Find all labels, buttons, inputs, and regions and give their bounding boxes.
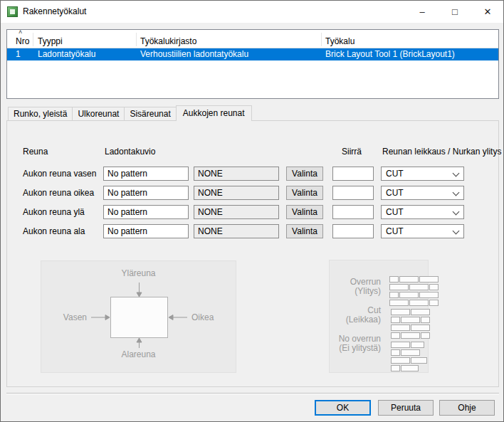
help-button[interactable]: Ohje (439, 400, 495, 416)
tab-runko-yleista[interactable]: Runko, yleistä (8, 107, 73, 120)
close-button[interactable]: ✕ (471, 1, 504, 23)
footer-divider (6, 393, 499, 394)
library-input[interactable] (194, 205, 279, 219)
column-header-tyyppi[interactable]: Tyyppi (38, 36, 63, 46)
cancel-button[interactable]: Peruuta (378, 400, 434, 416)
tab-strip: Runko, yleistä Ulkoreunat Sisäreunat Auk… (8, 105, 251, 121)
edge-row-label: Aukon reuna vasen (23, 167, 96, 181)
table-row[interactable]: 1 Ladontatyökalu Verhoustiilien ladontat… (7, 48, 498, 60)
chevron-down-icon (453, 209, 460, 216)
label-overrun: Overrun (Ylitys) (330, 278, 381, 296)
cut-select[interactable]: CUT (381, 224, 464, 238)
column-divider (136, 33, 137, 46)
header-reuna: Reuna (23, 147, 48, 157)
minimize-button[interactable]: – (406, 1, 439, 23)
header-leikkaus: Reunan leikkaus / Nurkan ylitys (382, 147, 501, 157)
tool-table: ˄ Nro Tyyppi Työkalukirjasto Työkalu 1 L… (6, 29, 499, 99)
column-divider (33, 33, 33, 46)
library-input[interactable] (194, 186, 279, 200)
library-input[interactable] (194, 167, 279, 181)
valinta-button[interactable]: Valinta (286, 186, 323, 200)
siirra-input[interactable] (332, 186, 374, 200)
maximize-button[interactable]: □ (439, 1, 471, 23)
cut-select[interactable]: CUT (381, 205, 464, 219)
overrun-diagram: Overrun (Ylitys) Cut (Leikkaa) No overru… (329, 260, 429, 373)
dialog-window: Rakennetyökalut – □ ✕ ˄ Nro Tyyppi Työka… (0, 0, 504, 422)
cut-select-value: CUT (386, 169, 404, 179)
tool-table-header: ˄ Nro Tyyppi Työkalukirjasto Työkalu (7, 30, 498, 48)
pattern-input[interactable] (103, 224, 189, 238)
label-no-overrun: No overrun (Ei ylitystä) (330, 334, 381, 353)
edge-row-label: Aukon reuna oikea (23, 186, 94, 200)
minimize-icon: – (419, 6, 424, 17)
aukkojen-reunat-panel: Reuna Ladontakuvio Siirrä Reunan leikkau… (6, 120, 499, 387)
cell-nro: 1 (16, 48, 21, 60)
close-icon: ✕ (484, 6, 492, 17)
sort-ascending-icon: ˄ (19, 28, 22, 36)
header-siirra: Siirrä (342, 147, 362, 157)
chevron-down-icon (453, 170, 460, 177)
cell-tyyppi: Ladontatyökalu (38, 48, 95, 60)
edge-orientation-diagram: Yläreuna Vasen Oikea Alareuna (41, 260, 236, 373)
arrow-up-icon (137, 338, 142, 348)
column-header-tyokalukirjasto[interactable]: Työkalukirjasto (140, 36, 196, 46)
cut-select-value: CUT (386, 226, 404, 236)
edge-row: Aukon reuna oikea Valinta CUT (7, 186, 498, 200)
siirra-input[interactable] (332, 205, 374, 219)
edge-arrows-graphic (41, 261, 237, 374)
brick-wall-illustration (385, 276, 442, 371)
arrow-right-icon (91, 315, 110, 320)
pattern-input[interactable] (103, 167, 189, 181)
cut-select-value: CUT (386, 188, 404, 198)
window-title: Rakennetyökalut (23, 1, 86, 23)
header-ladontakuvio: Ladontakuvio (105, 147, 155, 157)
app-icon (7, 6, 18, 17)
arrow-left-icon (169, 315, 187, 320)
valinta-button[interactable]: Valinta (286, 205, 323, 219)
label-cut: Cut (Leikkaa) (330, 306, 381, 325)
tab-aukkojen-reunat[interactable]: Aukkojen reunat (176, 105, 252, 121)
column-divider (321, 33, 322, 46)
tab-ulkoreunat[interactable]: Ulkoreunat (72, 107, 125, 120)
tab-sisareunat[interactable]: Sisäreunat (124, 107, 176, 120)
edge-row: Aukon reuna ala Valinta CUT (7, 224, 498, 238)
siirra-input[interactable] (332, 224, 374, 238)
column-header-nro[interactable]: Nro (16, 36, 29, 46)
edge-row-label: Aukon reuna ylä (23, 205, 85, 219)
maximize-icon: □ (452, 6, 458, 17)
pattern-input[interactable] (103, 186, 189, 200)
pattern-input[interactable] (103, 205, 189, 219)
edge-row-label: Aukon reuna ala (23, 224, 85, 238)
cut-select-value: CUT (386, 207, 404, 217)
chevron-down-icon (453, 228, 460, 235)
title-bar[interactable]: Rakennetyökalut – □ ✕ (1, 1, 503, 23)
cell-tyokalu: Brick Layout Tool 1 (BrickLayout1) (325, 48, 455, 60)
edge-row: Aukon reuna vasen Valinta CUT (7, 167, 498, 181)
cut-select[interactable]: CUT (381, 186, 464, 200)
cell-tyokalukirjasto: Verhoustiilien ladontatyökalu (140, 48, 248, 60)
valinta-button[interactable]: Valinta (286, 167, 323, 181)
ok-button[interactable]: OK (315, 400, 371, 416)
valinta-button[interactable]: Valinta (286, 224, 323, 238)
library-input[interactable] (194, 224, 279, 238)
arrow-down-icon (137, 283, 142, 297)
column-header-tyokalu[interactable]: Työkalu (325, 36, 355, 46)
chevron-down-icon (453, 189, 460, 196)
siirra-input[interactable] (332, 167, 374, 181)
cut-select[interactable]: CUT (381, 167, 464, 181)
edge-row: Aukon reuna ylä Valinta CUT (7, 205, 498, 219)
brick-wall-graphic (385, 276, 442, 371)
